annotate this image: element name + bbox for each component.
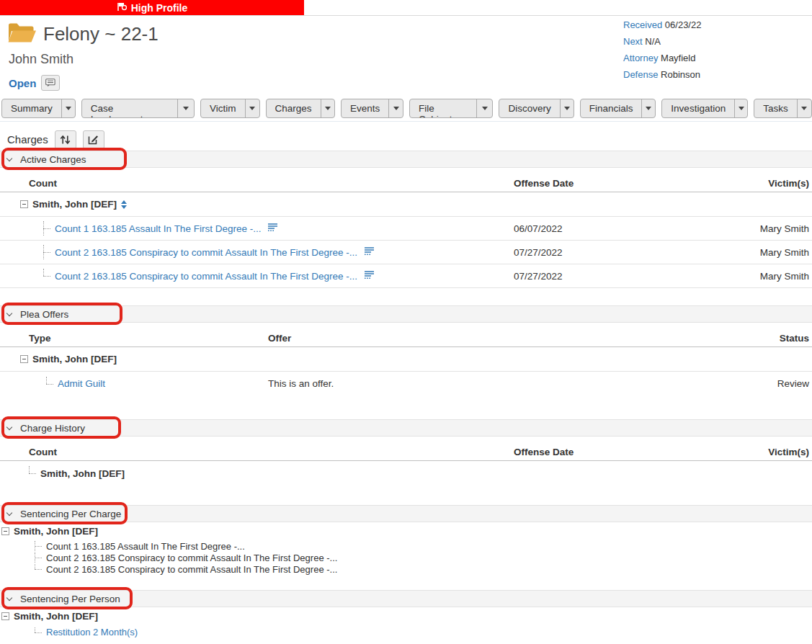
- info-value: 06/23/22: [665, 19, 702, 30]
- plea-offer-row: Admit Guilt This is an offer. Review: [0, 372, 812, 395]
- tab-tasks-dropdown[interactable]: [797, 99, 811, 117]
- status-cell: Review: [777, 378, 809, 389]
- section-sentencing-per-person[interactable]: Sentencing Per Person: [0, 590, 812, 607]
- tab-victim[interactable]: Victim: [200, 99, 260, 118]
- tab-discovery[interactable]: Discovery: [499, 99, 574, 118]
- group-row-defendant[interactable]: Smith, John [DEF]: [0, 192, 812, 217]
- victims-cell: Mary Smith: [760, 271, 809, 282]
- tab-investigation-dropdown[interactable]: [734, 99, 747, 117]
- info-label: Received: [623, 19, 662, 30]
- info-label: Defense: [623, 69, 658, 80]
- tree-collapse-icon[interactable]: [1, 527, 9, 535]
- chevron-down-icon: [482, 107, 488, 110]
- tab-financials-dropdown[interactable]: [641, 99, 655, 117]
- column-header-type: Type: [29, 333, 51, 344]
- group-row-defendant[interactable]: Smith, John [DEF]: [0, 461, 812, 486]
- sentence-link[interactable]: Restitution 2 Month(s): [46, 627, 138, 638]
- charge-link[interactable]: Count 2 163.185 Conspiracy to commit Ass…: [55, 271, 357, 282]
- column-header-offense-date: Offense Date: [514, 178, 574, 189]
- chevron-down-icon: [801, 107, 807, 110]
- tab-summary-dropdown[interactable]: [61, 99, 75, 117]
- chevron-down-icon: [393, 107, 399, 110]
- tab-financials[interactable]: Financials: [580, 99, 656, 118]
- info-value: N/A: [645, 36, 661, 47]
- module-tabbar: Summary Case Involvements Victim Charges…: [0, 97, 812, 121]
- column-header-offense-date: Offense Date: [514, 447, 574, 457]
- transfer-charges-button[interactable]: [55, 130, 76, 149]
- group-row-defendant[interactable]: Smith, John [DEF]: [0, 347, 812, 372]
- charges-header: Charges: [0, 122, 812, 151]
- chevron-down-icon: [249, 107, 255, 110]
- section-charge-history[interactable]: Charge History: [0, 419, 812, 437]
- tree-collapse-icon[interactable]: [1, 612, 9, 620]
- banner-label: High Profile: [131, 2, 188, 14]
- victims-cell: Mary Smith: [760, 247, 809, 258]
- active-charges-column-headers: Count Offense Date Victim(s): [0, 175, 812, 192]
- tab-charges[interactable]: Charges: [266, 99, 335, 118]
- charge-notes-icon[interactable]: [267, 223, 278, 234]
- column-header-count: Count: [29, 178, 57, 189]
- charge-link[interactable]: Count 1 163.185 Assault In The First Deg…: [55, 223, 261, 234]
- chevron-down-icon: [6, 310, 12, 316]
- sentencing-charge-row: Count 2 163.185 Conspiracy to commit Ass…: [0, 552, 812, 563]
- tab-charges-dropdown[interactable]: [321, 99, 334, 117]
- group-row-defendant[interactable]: Smith, John [DEF]: [0, 607, 812, 625]
- swap-arrows-icon: [60, 135, 71, 145]
- charge-row: Count 2 163.185 Conspiracy to commit Ass…: [0, 241, 812, 264]
- case-status-open-link[interactable]: Open: [9, 77, 36, 89]
- section-plea-offers[interactable]: Plea Offers: [0, 305, 812, 323]
- chevron-down-icon: [6, 594, 12, 600]
- page-case-title: Felony ~ 22-1: [43, 23, 159, 45]
- tab-file-cabinet[interactable]: File Cabinet: [409, 99, 493, 118]
- offense-date-cell: 07/27/2022: [514, 247, 563, 258]
- sentencing-charge-row: Count 1 163.185 Assault In The First Deg…: [0, 540, 812, 552]
- chevron-down-icon: [6, 509, 12, 515]
- column-header-victims: Victim(s): [768, 447, 809, 457]
- section-active-charges[interactable]: Active Charges: [0, 151, 812, 168]
- tree-collapse-icon[interactable]: [20, 200, 28, 208]
- case-note-button[interactable]: [41, 75, 60, 91]
- chevron-down-icon: [183, 107, 189, 110]
- tab-file-cabinet-dropdown[interactable]: [476, 99, 493, 117]
- info-value: Mayfield: [661, 53, 695, 63]
- tree-collapse-icon[interactable]: [20, 355, 28, 363]
- charge-notes-icon[interactable]: [364, 246, 375, 258]
- group-row-defendant[interactable]: Smith, John [DEF]: [0, 522, 812, 540]
- sort-icon[interactable]: [121, 200, 127, 209]
- tree-branch-icon: [35, 627, 43, 638]
- charge-link[interactable]: Count 2 163.185 Conspiracy to commit Ass…: [55, 247, 357, 258]
- tab-case-involvements-dropdown[interactable]: [177, 99, 194, 117]
- comment-icon: [45, 79, 55, 87]
- charge-notes-icon[interactable]: [364, 270, 375, 282]
- victims-cell: Mary Smith: [760, 223, 809, 234]
- plea-offer-link[interactable]: Admit Guilt: [58, 378, 105, 389]
- tab-tasks[interactable]: Tasks: [754, 99, 812, 118]
- charge-row: Count 2 163.185 Conspiracy to commit Ass…: [0, 264, 812, 288]
- section-sentencing-per-charge[interactable]: Sentencing Per Charge: [0, 505, 812, 522]
- chevron-down-icon: [6, 424, 12, 429]
- info-value: Robinson: [661, 69, 700, 80]
- tree-branch-icon: [29, 466, 37, 480]
- charge-history-column-headers: Count Offense Date Victim(s): [0, 444, 812, 461]
- edit-charges-button[interactable]: [83, 130, 104, 149]
- tree-branch-icon: [43, 245, 52, 259]
- tree-branch-icon: [35, 564, 43, 574]
- tab-discovery-dropdown[interactable]: [560, 99, 574, 117]
- info-label: Next: [623, 36, 643, 47]
- tab-summary[interactable]: Summary: [1, 99, 76, 118]
- case-info-panel: Received 06/23/22 Next N/A Attorney Mayf…: [623, 20, 701, 86]
- tab-case-involvements[interactable]: Case Involvements: [81, 99, 195, 118]
- chevron-down-icon: [6, 155, 12, 161]
- tree-branch-icon: [35, 553, 43, 563]
- tab-victim-dropdown[interactable]: [245, 99, 259, 117]
- charge-row: Count 1 163.185 Assault In The First Deg…: [0, 217, 812, 241]
- tab-events[interactable]: Events: [341, 99, 403, 118]
- column-header-victims: Victim(s): [768, 178, 809, 189]
- tab-events-dropdown[interactable]: [388, 99, 403, 117]
- tab-investigation[interactable]: Investigation: [661, 99, 748, 118]
- chevron-down-icon: [646, 107, 651, 110]
- tree-branch-icon: [46, 377, 55, 391]
- page-title: Charges: [7, 133, 48, 146]
- offense-date-cell: 06/07/2022: [514, 223, 563, 234]
- column-header-offer: Offer: [268, 333, 291, 344]
